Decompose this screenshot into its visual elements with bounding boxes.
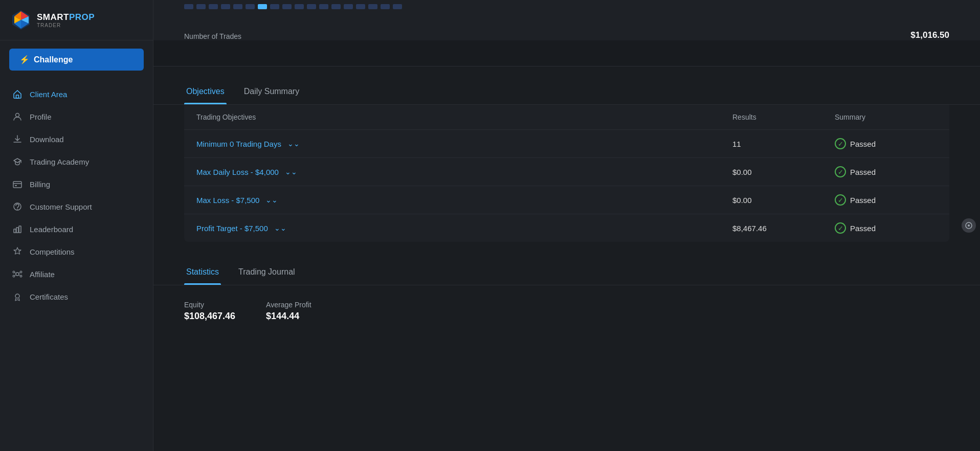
svg-rect-14 [16, 228, 18, 233]
row-result-max-daily-loss: $0.00 [732, 168, 835, 176]
sidebar-item-competitions[interactable]: Competitions [0, 240, 153, 263]
tab-trading-journal[interactable]: Trading Journal [236, 262, 297, 285]
row-result-profit-target: $8,467.46 [732, 224, 835, 233]
chart-tick-active [258, 4, 267, 9]
chart-tick [307, 4, 316, 9]
sidebar-item-label-download: Download [30, 135, 64, 144]
sidebar-navigation: Client Area Profile Download [0, 79, 153, 312]
chart-tick [221, 4, 230, 9]
statistics-cards: Equity $108,467.46 Average Profit $144.4… [153, 285, 980, 337]
sidebar-item-label-trading-academy: Trading Academy [30, 157, 89, 166]
row-summary-profit-target: ✓ Passed [835, 222, 937, 234]
row-label-max-loss: Max Loss - $7,500 ⌄⌄ [196, 196, 732, 205]
objectives-tabs: Objectives Daily Summary [153, 66, 980, 105]
row-summary-min-trading-days: ✓ Passed [835, 138, 937, 149]
sidebar-item-certificates[interactable]: Certificates [0, 285, 153, 308]
row-label-max-daily-loss: Max Daily Loss - $4,000 ⌄⌄ [196, 168, 732, 176]
svg-point-20 [20, 275, 22, 277]
tab-objectives[interactable]: Objectives [184, 82, 227, 104]
row-label-profit-target: Profit Target - $7,500 ⌄⌄ [196, 224, 732, 233]
chart-tick [209, 4, 218, 9]
row-label-min-trading-days: Minimum 0 Trading Days ⌄⌄ [196, 140, 732, 148]
sidebar-item-label-profile: Profile [30, 112, 52, 121]
col-header-summary: Summary [835, 113, 937, 121]
table-header: Trading Objectives Results Summary [184, 105, 949, 130]
chart-tick [393, 4, 402, 9]
svg-rect-10 [15, 185, 17, 186]
sidebar-item-label-billing: Billing [30, 180, 50, 189]
statistics-section: Statistics Trading Journal Equity $108,4… [153, 262, 980, 337]
tab-daily-summary[interactable]: Daily Summary [242, 82, 301, 104]
certificates-icon [12, 291, 23, 302]
table-row: Max Daily Loss - $4,000 ⌄⌄ $0.00 ✓ Passe… [184, 158, 949, 186]
chevron-down-icon: ⌄⌄ [285, 168, 297, 176]
svg-rect-13 [14, 229, 16, 233]
average-profit-value: $144.44 [266, 311, 311, 322]
sidebar: SMARTPROP TRADER ⚡ Challenge Client Area [0, 0, 153, 451]
svg-point-8 [16, 114, 19, 117]
challenge-button[interactable]: ⚡ Challenge [9, 49, 144, 71]
passed-icon: ✓ [835, 138, 846, 149]
number-of-trades-label: Number of Trades [184, 32, 241, 40]
tab-statistics[interactable]: Statistics [184, 262, 221, 285]
row-result-max-loss: $0.00 [732, 196, 835, 205]
scrollbar-button[interactable] [962, 218, 976, 233]
chart-tick [184, 4, 193, 9]
affiliate-icon [12, 269, 23, 279]
svg-point-25 [15, 294, 19, 298]
row-result-min-trading-days: 11 [732, 140, 835, 148]
challenge-label: Challenge [34, 55, 73, 64]
main-content: Number of Trades $1,016.50 Objectives Da… [153, 0, 980, 451]
sidebar-item-affiliate[interactable]: Affiliate [0, 263, 153, 285]
svg-point-18 [20, 271, 22, 273]
chevron-down-icon: ⌄⌄ [265, 196, 278, 204]
chart-tick [344, 4, 353, 9]
stat-card-average-profit: Average Profit $144.44 [266, 301, 311, 322]
academy-icon [12, 156, 23, 167]
logo-name: SMARTPROP [37, 12, 95, 22]
svg-rect-9 [13, 182, 21, 188]
sidebar-item-billing[interactable]: Billing [0, 173, 153, 195]
logo-icon [10, 9, 32, 31]
sidebar-item-label-client-area: Client Area [30, 90, 67, 99]
stat-card-equity: Equity $108,467.46 [184, 301, 235, 322]
sidebar-item-download[interactable]: Download [0, 128, 153, 150]
chart-tick [331, 4, 341, 9]
support-icon [12, 201, 23, 212]
billing-icon [12, 179, 23, 189]
download-icon [12, 134, 23, 144]
logo-subtitle: TRADER [37, 22, 95, 28]
svg-rect-15 [19, 226, 21, 233]
chart-tick [381, 4, 390, 9]
bolt-icon: ⚡ [19, 55, 30, 64]
chart-tick [356, 4, 365, 9]
sidebar-item-leaderboard[interactable]: Leaderboard [0, 218, 153, 240]
equity-value: $108,467.46 [184, 311, 235, 322]
sidebar-item-label-affiliate: Affiliate [30, 270, 55, 279]
table-row: Minimum 0 Trading Days ⌄⌄ 11 ✓ Passed [184, 130, 949, 158]
passed-icon: ✓ [835, 222, 846, 234]
table-row: Max Loss - $7,500 ⌄⌄ $0.00 ✓ Passed [184, 186, 949, 214]
sidebar-item-label-certificates: Certificates [30, 292, 68, 301]
sidebar-item-profile[interactable]: Profile [0, 105, 153, 128]
svg-rect-7 [16, 95, 19, 98]
sidebar-item-label-customer-support: Customer Support [30, 202, 92, 211]
sidebar-item-client-area[interactable]: Client Area [0, 83, 153, 105]
chart-area: Number of Trades $1,016.50 [153, 0, 980, 66]
svg-point-12 [17, 209, 18, 210]
chart-tick [368, 4, 377, 9]
table-row: Profit Target - $7,500 ⌄⌄ $8,467.46 ✓ Pa… [184, 214, 949, 242]
chart-tick [233, 4, 242, 9]
svg-point-27 [968, 224, 970, 227]
svg-point-19 [13, 275, 15, 277]
svg-point-16 [16, 273, 19, 276]
sidebar-item-customer-support[interactable]: Customer Support [0, 195, 153, 218]
chart-tick [319, 4, 328, 9]
sidebar-item-label-competitions: Competitions [30, 247, 75, 256]
col-header-results: Results [732, 113, 835, 121]
sidebar-item-label-leaderboard: Leaderboard [30, 225, 73, 234]
sidebar-item-trading-academy[interactable]: Trading Academy [0, 150, 153, 173]
leaderboard-icon [12, 224, 23, 234]
chart-tick [295, 4, 304, 9]
scroll-icon [965, 222, 972, 229]
